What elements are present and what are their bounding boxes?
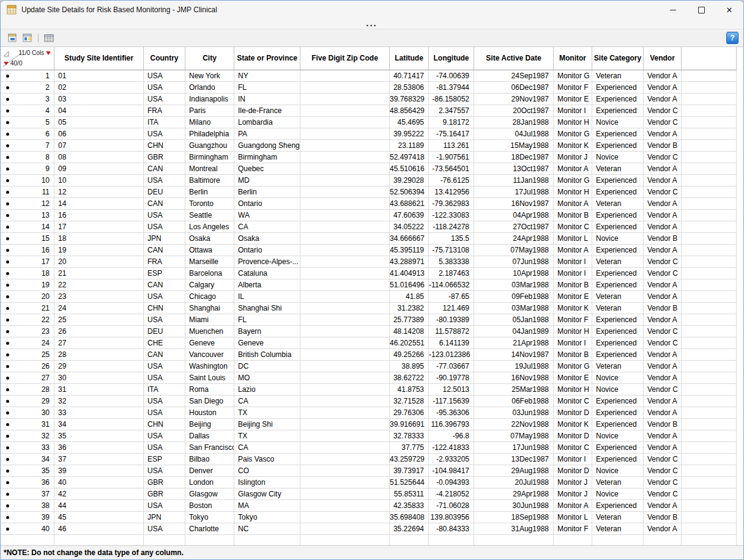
- cell-latitude[interactable]: 42.35833: [390, 500, 429, 512]
- cell-latitude[interactable]: 48.14208: [390, 326, 429, 337]
- cell-category[interactable]: Experienced: [592, 279, 644, 291]
- cell-latitude[interactable]: 37.775: [390, 442, 429, 454]
- cell-zip[interactable]: [300, 221, 390, 233]
- cell-zip[interactable]: [300, 326, 390, 337]
- cell-country[interactable]: GBR: [144, 477, 185, 488]
- cell-empty[interactable]: [682, 245, 737, 256]
- cell-vendor[interactable]: Vendor A: [644, 442, 682, 454]
- cell-empty[interactable]: [682, 210, 737, 221]
- cell-category[interactable]: Experienced: [592, 314, 644, 326]
- row-state-cell[interactable]: 33: [1, 442, 54, 454]
- cell-latitude[interactable]: 35.698408: [390, 512, 429, 523]
- cell-monitor[interactable]: Monitor B: [554, 279, 592, 291]
- cell-vendor[interactable]: Vendor C: [644, 337, 682, 349]
- cell-city[interactable]: Marseille: [185, 256, 234, 268]
- row-number[interactable]: 21: [9, 303, 54, 314]
- row-number[interactable]: 11: [9, 186, 54, 197]
- cell-country[interactable]: FRA: [144, 256, 185, 268]
- row-number[interactable]: 37: [9, 488, 54, 499]
- cell-site-id[interactable]: 42: [54, 488, 144, 500]
- row-state-cell[interactable]: 31: [1, 419, 54, 430]
- cell-longitude[interactable]: -123.012386: [429, 349, 474, 361]
- cell-latitude[interactable]: 45.395119: [390, 245, 429, 256]
- cell-state[interactable]: Quebec: [234, 163, 300, 175]
- cell-longitude[interactable]: -73.564501: [429, 163, 474, 175]
- cell-country[interactable]: GBR: [144, 488, 185, 500]
- cell-category[interactable]: Veteran: [592, 361, 644, 372]
- column-header-latitude[interactable]: Latitude: [390, 47, 429, 70]
- row-number[interactable]: 5: [9, 117, 54, 128]
- cell-zip[interactable]: [300, 70, 390, 82]
- cell-latitude[interactable]: 48.856429: [390, 105, 429, 117]
- column-header-category[interactable]: Site Category: [592, 47, 644, 70]
- cell-active-date[interactable]: 06Dec1987: [474, 82, 554, 94]
- cell-category[interactable]: Experienced: [592, 407, 644, 419]
- cell-category[interactable]: Novice: [592, 384, 644, 396]
- cell-category[interactable]: Experienced: [592, 326, 644, 337]
- row-state-cell[interactable]: 23: [1, 326, 54, 337]
- row-state-cell[interactable]: 18: [1, 268, 54, 279]
- cell-vendor[interactable]: Vendor B: [644, 140, 682, 152]
- cell-vendor[interactable]: Vendor C: [644, 454, 682, 465]
- cell-state[interactable]: Ile-de-France: [234, 105, 300, 117]
- cell-vendor[interactable]: Vendor A: [644, 82, 682, 94]
- cell-active-date[interactable]: 11Jan1988: [474, 175, 554, 186]
- row-state-cell[interactable]: 5: [1, 117, 54, 128]
- cell-latitude[interactable]: 34.666667: [390, 233, 429, 245]
- cell-site-id[interactable]: 18: [54, 233, 144, 245]
- cell-country[interactable]: JPN: [144, 512, 185, 523]
- cell-city[interactable]: [185, 535, 234, 545]
- column-header-state[interactable]: State or Province: [234, 47, 300, 70]
- row-state-cell[interactable]: 15: [1, 233, 54, 245]
- cell-city[interactable]: Seattle: [185, 210, 234, 221]
- cell-country[interactable]: USA: [144, 210, 185, 221]
- cell-vendor[interactable]: Vendor A: [644, 128, 682, 140]
- cell-active-date[interactable]: 29Apr1988: [474, 488, 554, 500]
- cell-latitude[interactable]: 41.85: [390, 291, 429, 303]
- cell-city[interactable]: Osaka: [185, 233, 234, 245]
- cell-country[interactable]: ESP: [144, 268, 185, 279]
- cell-active-date[interactable]: 31Aug1988: [474, 523, 554, 535]
- row-number[interactable]: 12: [9, 198, 54, 209]
- cell-state[interactable]: DC: [234, 361, 300, 372]
- cell-longitude[interactable]: -71.06028: [429, 500, 474, 512]
- cell-longitude[interactable]: 12.5013: [429, 384, 474, 396]
- cell-monitor[interactable]: Monitor F: [554, 82, 592, 94]
- cell-site-id[interactable]: 39: [54, 465, 144, 477]
- cell-monitor[interactable]: Monitor K: [554, 419, 592, 430]
- row-state-cell[interactable]: 16: [1, 245, 54, 256]
- row-state-cell[interactable]: 22: [1, 314, 54, 326]
- cell-country[interactable]: [144, 535, 185, 545]
- cell-state[interactable]: Tokyo: [234, 512, 300, 523]
- cell-site-id[interactable]: 40: [54, 477, 144, 488]
- cell-empty[interactable]: [682, 454, 737, 465]
- cell-state[interactable]: NC: [234, 523, 300, 535]
- row-number[interactable]: 3: [9, 94, 54, 105]
- cell-category[interactable]: Novice: [592, 117, 644, 128]
- cell-country[interactable]: ESP: [144, 454, 185, 465]
- cell-site-id[interactable]: 25: [54, 314, 144, 326]
- row-state-cell[interactable]: 17: [1, 256, 54, 268]
- cell-vendor[interactable]: Vendor A: [644, 291, 682, 303]
- cell-country[interactable]: CHN: [144, 303, 185, 314]
- cell-monitor[interactable]: Monitor B: [554, 349, 592, 361]
- row-state-cell[interactable]: 39: [1, 512, 54, 523]
- cell-city[interactable]: Miami: [185, 314, 234, 326]
- cell-empty[interactable]: [682, 488, 737, 500]
- column-header-city[interactable]: City: [185, 47, 234, 70]
- cell-longitude[interactable]: -96.8: [429, 430, 474, 442]
- cell-monitor[interactable]: Monitor C: [554, 442, 592, 454]
- cell-category[interactable]: Novice: [592, 430, 644, 442]
- cell-city[interactable]: Geneve: [185, 337, 234, 349]
- cell-empty[interactable]: [682, 279, 737, 291]
- row-number[interactable]: 28: [9, 384, 54, 395]
- cell-active-date[interactable]: 27Oct1987: [474, 221, 554, 233]
- row-number[interactable]: 8: [9, 152, 54, 163]
- cell-empty[interactable]: [682, 221, 737, 233]
- cell-active-date[interactable]: 20Jul1988: [474, 477, 554, 488]
- cell-vendor[interactable]: Vendor C: [644, 465, 682, 477]
- cell-zip[interactable]: [300, 407, 390, 419]
- cell-zip[interactable]: [300, 361, 390, 372]
- cell-vendor[interactable]: Vendor A: [644, 221, 682, 233]
- cell-zip[interactable]: [300, 210, 390, 221]
